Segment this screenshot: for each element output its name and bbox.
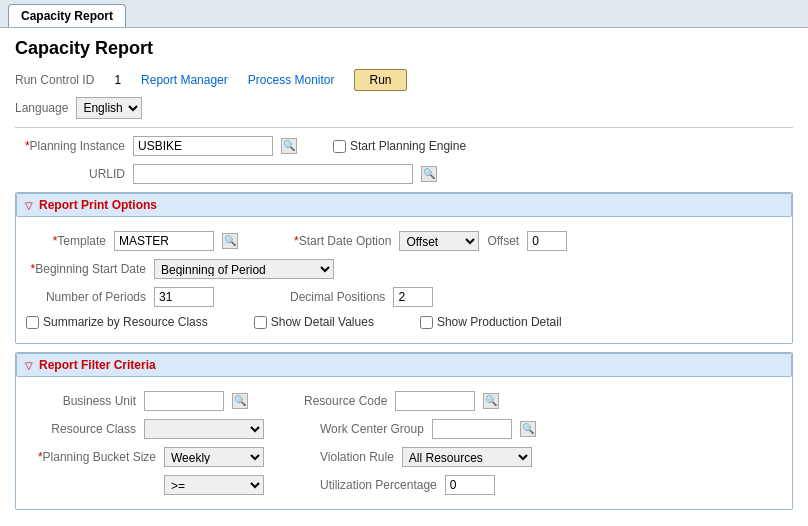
decimal-positions-input[interactable] xyxy=(393,287,433,307)
urlid-input[interactable] xyxy=(133,164,413,184)
start-date-option-select[interactable]: Offset Fixed Today xyxy=(399,231,479,251)
planning-bucket-label: *Planning Bucket Size xyxy=(26,450,156,464)
template-input[interactable] xyxy=(114,231,214,251)
show-detail-checkbox-label: Show Detail Values xyxy=(254,315,374,329)
run-control-value: 1 xyxy=(114,73,121,87)
offset-input[interactable] xyxy=(527,231,567,251)
work-center-group-search-icon[interactable]: 🔍 xyxy=(520,421,536,437)
report-print-section-header[interactable]: ▽ Report Print Options xyxy=(16,193,792,217)
business-unit-label: Business Unit xyxy=(26,394,136,408)
show-production-checkbox-label: Show Production Detail xyxy=(420,315,562,329)
resource-code-input[interactable] xyxy=(395,391,475,411)
report-filter-section-header[interactable]: ▽ Report Filter Criteria xyxy=(16,353,792,377)
template-search-icon[interactable]: 🔍 xyxy=(222,233,238,249)
run-button[interactable]: Run xyxy=(354,69,406,91)
report-filter-title: Report Filter Criteria xyxy=(39,358,156,372)
urlid-label: URLID xyxy=(15,167,125,181)
beginning-start-date-label: *Beginning Start Date xyxy=(26,262,146,276)
violation-rule-select[interactable]: All Resources Violated Only xyxy=(402,447,532,467)
run-control-label: Run Control ID xyxy=(15,73,94,87)
resource-class-select[interactable] xyxy=(144,419,264,439)
planning-bucket-select[interactable]: Weekly Daily Monthly xyxy=(164,447,264,467)
start-planning-engine-checkbox-label: Start Planning Engine xyxy=(333,139,466,153)
number-of-periods-input[interactable] xyxy=(154,287,214,307)
show-production-checkbox[interactable] xyxy=(420,316,433,329)
utilization-percentage-label: Utilization Percentage xyxy=(320,478,437,492)
report-print-triangle-icon: ▽ xyxy=(25,200,33,211)
resource-class-label: Resource Class xyxy=(26,422,136,436)
page-title: Capacity Report xyxy=(15,38,793,59)
language-select[interactable]: English xyxy=(76,97,142,119)
summarize-checkbox-label: Summarize by Resource Class xyxy=(26,315,208,329)
planning-instance-input[interactable] xyxy=(133,136,273,156)
capacity-report-tab[interactable]: Capacity Report xyxy=(8,4,126,27)
number-of-periods-label: Number of Periods xyxy=(26,290,146,304)
planning-instance-label: *Planning Instance xyxy=(15,139,125,153)
language-label: Language xyxy=(15,101,68,115)
beginning-start-date-select[interactable]: Beginning of Period End of Period xyxy=(154,259,334,279)
offset-label: Offset xyxy=(487,234,519,248)
urlid-search-icon[interactable]: 🔍 xyxy=(421,166,437,182)
work-center-group-label: Work Center Group xyxy=(320,422,424,436)
report-manager-link[interactable]: Report Manager xyxy=(141,73,228,87)
work-center-group-input[interactable] xyxy=(432,419,512,439)
decimal-positions-label: Decimal Positions xyxy=(290,290,385,304)
utilization-percentage-input[interactable] xyxy=(445,475,495,495)
report-filter-triangle-icon: ▽ xyxy=(25,360,33,371)
process-monitor-link[interactable]: Process Monitor xyxy=(248,73,335,87)
template-label: *Template xyxy=(26,234,106,248)
business-unit-search-icon[interactable]: 🔍 xyxy=(232,393,248,409)
summarize-checkbox[interactable] xyxy=(26,316,39,329)
operator-select[interactable]: >= <= = > < xyxy=(164,475,264,495)
resource-code-label: Resource Code xyxy=(304,394,387,408)
planning-instance-search-icon[interactable]: 🔍 xyxy=(281,138,297,154)
show-detail-checkbox[interactable] xyxy=(254,316,267,329)
business-unit-input[interactable] xyxy=(144,391,224,411)
start-planning-engine-checkbox[interactable] xyxy=(333,140,346,153)
resource-code-search-icon[interactable]: 🔍 xyxy=(483,393,499,409)
violation-rule-label: Violation Rule xyxy=(320,450,394,464)
start-date-option-label: *Start Date Option xyxy=(294,234,391,248)
report-print-title: Report Print Options xyxy=(39,198,157,212)
